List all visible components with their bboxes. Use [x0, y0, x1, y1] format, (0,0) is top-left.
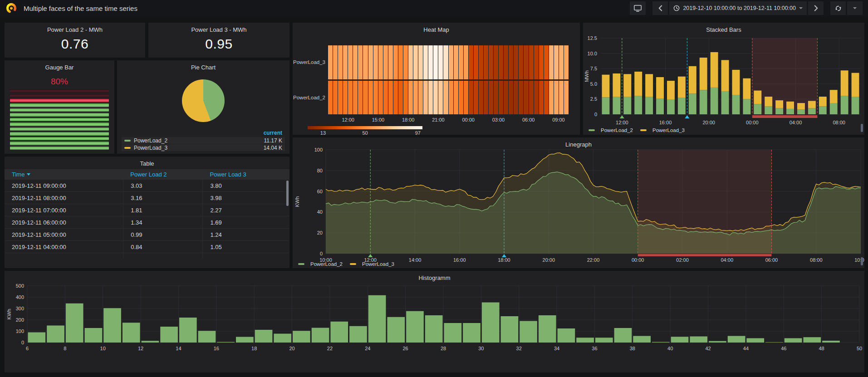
heatmap-cell — [514, 45, 518, 79]
pie-legend-item[interactable]: PowerLoad_314.04 K — [122, 144, 285, 151]
svg-text:5.0: 5.0 — [590, 81, 597, 87]
heatmap-cell — [408, 81, 413, 115]
table-cell: 2019-12-11 07:00:00 — [5, 204, 123, 216]
time-forward-button[interactable] — [808, 1, 824, 15]
time-range-button[interactable]: 2019-12-10 10:00:00 to 2019-12-11 10:00:… — [669, 1, 807, 15]
axis-tick-label: 21:00 — [432, 117, 445, 122]
heatmap-row-label: PowerLoad_3 — [293, 45, 325, 79]
svg-text:00:00: 00:00 — [632, 257, 644, 263]
legend-color-dash — [124, 147, 131, 149]
sort-caret-icon — [27, 173, 30, 176]
heatmap-cell — [438, 45, 443, 79]
refresh-interval-button[interactable] — [847, 1, 863, 15]
heatmap-cell — [428, 45, 433, 79]
svg-text:0: 0 — [594, 112, 597, 117]
time-back-button[interactable] — [652, 1, 668, 15]
heatmap-cell — [564, 45, 569, 79]
panel-linegraph: Linegraph 02040608010010:0012:0014:0016:… — [293, 137, 864, 268]
svg-text:22:00: 22:00 — [587, 257, 600, 263]
column-header-power-load-2[interactable]: Power Load 2 — [123, 169, 202, 180]
tv-kiosk-button[interactable] — [630, 1, 646, 15]
svg-text:100: 100 — [314, 147, 323, 152]
table-cell: 1.81 — [123, 204, 202, 216]
legend-color-dash — [124, 140, 131, 142]
axis-tick-label: 15:00 — [372, 117, 385, 122]
table-body: 2019-12-11 09:00:003.033.802019-12-11 08… — [5, 180, 289, 268]
heatmap-cell — [529, 81, 534, 115]
heatmap-cell — [423, 81, 428, 115]
gauge-segment-off — [10, 89, 109, 93]
gauge-segment-on — [10, 113, 109, 116]
refresh-button[interactable] — [830, 1, 846, 15]
table-cell: 1.69 — [202, 216, 289, 228]
heatmap-cell — [469, 45, 473, 79]
svg-text:10.0: 10.0 — [588, 51, 597, 56]
pie-legend-value-header[interactable]: current — [122, 129, 285, 137]
stacked-svg: 02.55.07.510.012.512:0016:0020:0000:0004… — [583, 23, 864, 135]
legend-item-PowerLoad_3[interactable]: PowerLoad_3 — [640, 127, 685, 133]
svg-text:20: 20 — [289, 346, 294, 351]
legend-series-name: PowerLoad_2 — [310, 261, 343, 267]
heatmap-cell — [363, 81, 368, 115]
heatmap-cell — [368, 45, 373, 79]
table-header: TimePower Load 2Power Load 3 — [5, 169, 289, 180]
svg-text:80: 80 — [317, 168, 323, 173]
heatmap-cell — [443, 81, 448, 115]
svg-text:16:00: 16:00 — [453, 257, 466, 263]
heatmap-cell — [484, 45, 488, 79]
heatmap-cell — [499, 45, 503, 79]
svg-text:10: 10 — [100, 346, 106, 351]
legend-item-PowerLoad_2[interactable]: PowerLoad_2 — [298, 261, 343, 267]
svg-text:08:00: 08:00 — [833, 120, 845, 125]
svg-text:8: 8 — [64, 346, 66, 351]
panel-title[interactable]: Power Load 2 - MWh — [5, 23, 145, 34]
heatmap-xaxis: 12:0015:0018:0021:0000:0003:0006:0009:00 — [328, 117, 569, 123]
panel-title[interactable]: Power Load 3 - MWh — [148, 23, 289, 34]
heatmap-cell — [403, 45, 408, 79]
caret-down-icon — [853, 7, 857, 9]
panel-scrollbar-thumb[interactable] — [861, 257, 863, 265]
pie-legend-item[interactable]: PowerLoad_211.17 K — [122, 137, 285, 144]
legend-item-PowerLoad_2[interactable]: PowerLoad_2 — [588, 127, 633, 133]
heatmap-scale-labels: 135097 — [308, 130, 422, 135]
panel-title[interactable]: Pie Chart — [117, 60, 289, 72]
panel-histogram: Histogramm 01002003004005006810121416182… — [5, 271, 864, 372]
svg-text:04:00: 04:00 — [721, 257, 733, 263]
legend-series-value: 11.17 K — [264, 137, 282, 144]
svg-text:7.5: 7.5 — [590, 66, 597, 71]
heatmap-cell — [514, 81, 518, 115]
svg-text:28: 28 — [441, 346, 446, 351]
column-header-time[interactable]: Time — [5, 169, 123, 180]
panel-power-load-3: Power Load 3 - MWh 0.95 — [148, 23, 289, 58]
grafana-logo[interactable] — [5, 2, 17, 14]
heatmap-cell — [489, 81, 493, 115]
grafana-dashboard: Multiple faces of the same time series — [0, 0, 868, 377]
svg-text:24: 24 — [365, 346, 370, 351]
svg-text:40: 40 — [317, 209, 323, 215]
heatmap-cell — [534, 81, 539, 115]
panel-scrollbar-thumb[interactable] — [861, 124, 863, 132]
heatmap-cell — [489, 45, 493, 79]
table-cell: 2019-12-11 09:00:00 — [5, 180, 123, 191]
legend-series-name: PowerLoad_3 — [134, 145, 167, 151]
heatmap-cell — [393, 45, 398, 79]
heatmap-cell — [509, 81, 513, 115]
heatmap-cell — [544, 45, 549, 79]
gauge-segment-on — [10, 122, 109, 126]
panel-title[interactable]: Table — [5, 157, 289, 168]
table-cell: 3.16 — [123, 192, 202, 204]
svg-text:12.5: 12.5 — [588, 35, 597, 41]
heatmap-scale-bar — [308, 126, 422, 129]
table-scrollbar-thumb[interactable] — [286, 181, 289, 206]
heatmap-cell — [393, 81, 398, 115]
svg-text:36: 36 — [592, 346, 597, 351]
heatmap-cell — [343, 81, 348, 115]
table-row: 2019-12-11 07:00:001.812.27 — [5, 204, 289, 216]
heatmap-cell — [454, 81, 458, 115]
heatmap-cell — [479, 45, 483, 79]
legend-item-PowerLoad_3[interactable]: PowerLoad_3 — [350, 261, 394, 267]
column-header-power-load-3[interactable]: Power Load 3 — [202, 169, 289, 180]
heatmap-cell — [408, 45, 413, 79]
panel-title[interactable]: Gauge Bar — [5, 60, 114, 72]
panel-title[interactable]: Heat Map — [293, 23, 580, 34]
